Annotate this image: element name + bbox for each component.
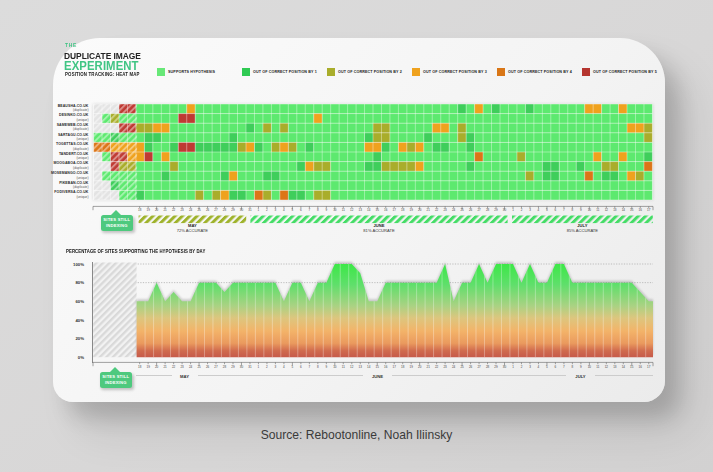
svg-text:29: 29 [494, 208, 498, 212]
svg-text:6: 6 [555, 365, 557, 369]
svg-text:28: 28 [486, 208, 490, 212]
svg-text:4: 4 [283, 208, 285, 212]
svg-text:22: 22 [435, 208, 439, 212]
svg-text:19: 19 [410, 208, 414, 212]
svg-text:12: 12 [605, 365, 609, 369]
svg-text:20: 20 [418, 208, 422, 212]
svg-text:6: 6 [555, 208, 557, 212]
svg-text:8: 8 [317, 365, 319, 369]
svg-text:2: 2 [266, 208, 268, 212]
svg-text:7: 7 [309, 208, 311, 212]
svg-text:26: 26 [206, 365, 210, 369]
svg-text:22: 22 [172, 365, 176, 369]
svg-text:13: 13 [613, 208, 617, 212]
svg-text:28: 28 [223, 208, 227, 212]
svg-text:4: 4 [538, 208, 540, 212]
svg-text:30: 30 [503, 365, 507, 369]
svg-text:17: 17 [647, 208, 651, 212]
svg-text:16: 16 [639, 208, 643, 212]
svg-text:24: 24 [189, 208, 193, 212]
svg-text:2: 2 [521, 208, 523, 212]
svg-text:18: 18 [138, 365, 142, 369]
svg-text:31: 31 [248, 365, 252, 369]
svg-text:15: 15 [376, 365, 380, 369]
svg-text:28: 28 [486, 365, 490, 369]
svg-text:19: 19 [410, 365, 414, 369]
svg-text:24: 24 [452, 208, 456, 212]
svg-text:17: 17 [393, 365, 397, 369]
svg-text:5: 5 [546, 365, 548, 369]
svg-text:24: 24 [452, 365, 456, 369]
svg-text:7: 7 [309, 365, 311, 369]
svg-text:23: 23 [180, 365, 184, 369]
svg-text:14: 14 [622, 365, 626, 369]
svg-text:19: 19 [146, 365, 150, 369]
svg-text:29: 29 [231, 365, 235, 369]
svg-text:3: 3 [275, 365, 277, 369]
svg-text:30: 30 [240, 208, 244, 212]
svg-text:3: 3 [529, 365, 531, 369]
svg-text:8: 8 [317, 208, 319, 212]
svg-text:13: 13 [613, 365, 617, 369]
svg-text:27: 27 [477, 365, 481, 369]
svg-text:11: 11 [342, 365, 345, 369]
svg-text:27: 27 [214, 208, 218, 212]
svg-text:14: 14 [367, 208, 371, 212]
svg-text:11: 11 [596, 365, 599, 369]
svg-text:10: 10 [333, 365, 337, 369]
svg-text:14: 14 [622, 208, 626, 212]
svg-text:23: 23 [180, 208, 184, 212]
svg-text:15: 15 [376, 208, 380, 212]
svg-text:10: 10 [588, 365, 592, 369]
svg-text:3: 3 [275, 208, 277, 212]
svg-text:13: 13 [359, 208, 363, 212]
svg-text:22: 22 [435, 365, 439, 369]
svg-text:10: 10 [333, 208, 337, 212]
svg-text:21: 21 [426, 208, 430, 212]
svg-text:18: 18 [138, 208, 142, 212]
svg-text:26: 26 [469, 208, 473, 212]
svg-text:25: 25 [460, 365, 464, 369]
svg-text:8: 8 [572, 208, 574, 212]
svg-text:1: 1 [258, 208, 260, 212]
svg-text:16: 16 [639, 365, 643, 369]
svg-text:3: 3 [529, 208, 531, 212]
svg-text:27: 27 [477, 208, 481, 212]
svg-text:5: 5 [546, 208, 548, 212]
svg-text:4: 4 [538, 365, 540, 369]
svg-text:14: 14 [367, 365, 371, 369]
svg-text:7: 7 [563, 365, 565, 369]
svg-text:24: 24 [189, 365, 193, 369]
svg-text:20: 20 [155, 208, 159, 212]
svg-text:4: 4 [283, 365, 285, 369]
svg-text:28: 28 [223, 365, 227, 369]
svg-text:13: 13 [359, 365, 363, 369]
svg-text:1: 1 [512, 365, 514, 369]
svg-text:31: 31 [248, 208, 252, 212]
svg-text:1: 1 [512, 208, 514, 212]
svg-text:15: 15 [630, 365, 634, 369]
svg-text:9: 9 [580, 208, 582, 212]
svg-text:29: 29 [231, 208, 235, 212]
svg-text:12: 12 [350, 208, 354, 212]
svg-text:6: 6 [300, 365, 302, 369]
svg-text:26: 26 [469, 365, 473, 369]
svg-text:16: 16 [384, 365, 388, 369]
svg-text:27: 27 [214, 365, 218, 369]
svg-text:9: 9 [325, 365, 327, 369]
svg-text:5: 5 [292, 208, 294, 212]
svg-text:16: 16 [384, 208, 388, 212]
svg-text:11: 11 [596, 208, 599, 212]
svg-text:29: 29 [494, 365, 498, 369]
svg-text:21: 21 [426, 365, 430, 369]
svg-text:7: 7 [563, 208, 565, 212]
svg-text:8: 8 [572, 365, 574, 369]
svg-text:20: 20 [418, 365, 422, 369]
svg-text:30: 30 [503, 208, 507, 212]
svg-text:17: 17 [647, 365, 651, 369]
svg-text:20: 20 [155, 365, 159, 369]
svg-text:18: 18 [401, 208, 405, 212]
svg-text:25: 25 [197, 365, 201, 369]
svg-text:2: 2 [521, 365, 523, 369]
svg-text:21: 21 [163, 365, 167, 369]
